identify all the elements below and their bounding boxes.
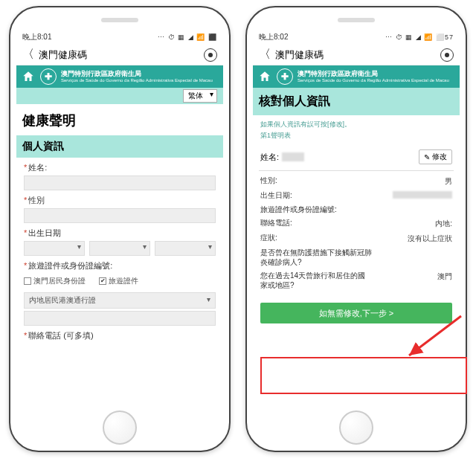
row-dob: 出生日期: xyxy=(253,189,460,203)
phone-right: 晚上8:02 ⋯ ⏱ ▦ ◢ 📶 ⬜57 〈 澳門健康碼 ✚ 澳門特別行政區政府… xyxy=(245,6,467,452)
health-badge-icon: ✚ xyxy=(277,68,293,85)
home-icon[interactable] xyxy=(21,69,36,84)
dob-day[interactable] xyxy=(155,241,216,256)
row-gender: 性別: 男 xyxy=(253,174,460,189)
language-bar: 繁体 xyxy=(16,88,223,104)
label-doc: *旅遊證件或身份證編號: xyxy=(16,260,223,271)
label-phone: *聯絡電話 (可多填) xyxy=(16,330,223,341)
dob-selects xyxy=(16,241,223,256)
app-header: 〈 澳門健康碼 xyxy=(16,45,223,65)
status-time: 晚上8:02 xyxy=(259,32,288,42)
dob-value-redacted xyxy=(393,191,452,199)
home-button[interactable] xyxy=(339,410,373,445)
speaker-slot xyxy=(338,18,375,22)
hints: 如果個人資訊有誤可按[修改]。 第1聲明表 xyxy=(253,115,460,146)
row-contact: 是否曾在無防護措施下接觸新冠肺炎確診病人? xyxy=(253,246,460,269)
status-icons: ⋯ ⏱ ▦ ◢ 📶 ⬜57 xyxy=(385,33,454,41)
doc-check-row: 澳門居民身份證 旅遊證件 xyxy=(16,271,223,288)
pencil-icon: ✎ xyxy=(424,153,430,161)
app-header: 〈 澳門健康碼 xyxy=(253,45,460,65)
content-left: 繁体 健康聲明 個人資訊 *姓名: *性別 *出生日期 *旅遊證件或身份證編號:… xyxy=(16,88,223,406)
phone-left: 晚上8:01 ⋯ ⏱ ▦ ◢ 📶 ⬛ 〈 澳門健康碼 ✚ 澳門特別行政區政府衛生… xyxy=(9,6,231,452)
app-title: 澳門健康碼 xyxy=(275,48,440,62)
gov-banner: ✚ 澳門特別行政區政府衛生局 Serviços de Saúde do Gove… xyxy=(253,65,460,88)
target-icon[interactable] xyxy=(440,48,454,62)
speaker-slot xyxy=(101,18,138,22)
back-icon[interactable]: 〈 xyxy=(22,47,34,62)
dob-year[interactable] xyxy=(24,241,85,256)
label-gender: *性別 xyxy=(16,195,223,206)
home-button[interactable] xyxy=(103,410,137,445)
status-bar: 晚上8:02 ⋯ ⏱ ▦ ◢ 📶 ⬜57 xyxy=(253,30,460,45)
label-dob: *出生日期 xyxy=(16,228,223,239)
divider xyxy=(259,170,454,171)
label-name: *姓名: xyxy=(16,162,223,173)
app-title: 澳門健康碼 xyxy=(39,48,204,62)
gov-line2: Serviços de Saúde do Governo da Região A… xyxy=(298,78,455,83)
section-personal-info: 個人資訊 xyxy=(16,135,223,158)
checkbox-travel-doc[interactable]: 旅遊證件 xyxy=(99,276,138,286)
hint-line1: 如果個人資訊有誤可按[修改]。 xyxy=(260,120,452,129)
declaration-title: 健康聲明 xyxy=(16,104,223,132)
target-icon[interactable] xyxy=(204,48,217,62)
name-value-redacted xyxy=(282,152,304,161)
screen-left: 晚上8:01 ⋯ ⏱ ▦ ◢ 📶 ⬛ 〈 澳門健康碼 ✚ 澳門特別行政區政府衛生… xyxy=(16,30,223,406)
next-button[interactable]: 如無需修改,下一步 > xyxy=(260,303,452,323)
home-icon[interactable] xyxy=(257,69,272,84)
doc-type-select[interactable]: 内地居民港澳通行證 xyxy=(24,292,216,309)
status-icons: ⋯ ⏱ ▦ ◢ 📶 ⬛ xyxy=(158,33,217,41)
name-row: 姓名: ✎ 修改 xyxy=(253,146,460,167)
checkbox-local-id[interactable]: 澳門居民身份證 xyxy=(24,276,86,286)
input-name[interactable] xyxy=(24,175,216,190)
back-icon[interactable]: 〈 xyxy=(259,47,271,62)
status-time: 晚上8:01 xyxy=(22,32,51,42)
verify-title: 核對個人資訊 xyxy=(253,88,460,115)
gov-line2: Serviços de Saúde do Governo da Região A… xyxy=(61,78,219,83)
gov-text: 澳門特別行政區政府衛生局 Serviços de Saúde do Govern… xyxy=(61,71,219,83)
hint-line2: 第1聲明表 xyxy=(260,131,452,141)
name-label: 姓名: xyxy=(260,152,279,163)
dob-month[interactable] xyxy=(89,241,150,256)
row-doc: 旅遊證件或身份證編號: xyxy=(253,203,460,217)
gov-line1: 澳門特別行政區政府衛生局 xyxy=(298,71,455,78)
gov-text: 澳門特別行政區政府衛生局 Serviços de Saúde do Govern… xyxy=(298,71,455,83)
health-badge-icon: ✚ xyxy=(40,68,57,85)
row-phone: 聯絡電話: 内地: xyxy=(253,216,460,231)
gov-line1: 澳門特別行政區政府衛生局 xyxy=(61,71,219,78)
content-right: 核對個人資訊 如果個人資訊有誤可按[修改]。 第1聲明表 姓名: ✎ 修改 xyxy=(253,88,460,406)
row-travel14: 您在過去14天曾旅行和居住的國家或地區? 澳門 xyxy=(253,269,460,292)
language-select[interactable]: 繁体 xyxy=(183,89,217,103)
status-bar: 晚上8:01 ⋯ ⏱ ▦ ◢ 📶 ⬛ xyxy=(16,30,223,45)
edit-button[interactable]: ✎ 修改 xyxy=(419,149,452,164)
input-gender[interactable] xyxy=(24,208,216,223)
input-doc-number[interactable] xyxy=(24,311,216,326)
screen-right: 晚上8:02 ⋯ ⏱ ▦ ◢ 📶 ⬜57 〈 澳門健康碼 ✚ 澳門特別行政區政府… xyxy=(253,30,460,406)
gov-banner: ✚ 澳門特別行政區政府衛生局 Serviços de Saúde do Gove… xyxy=(16,65,223,88)
row-symptom: 症狀: 沒有以上症狀 xyxy=(253,231,460,246)
